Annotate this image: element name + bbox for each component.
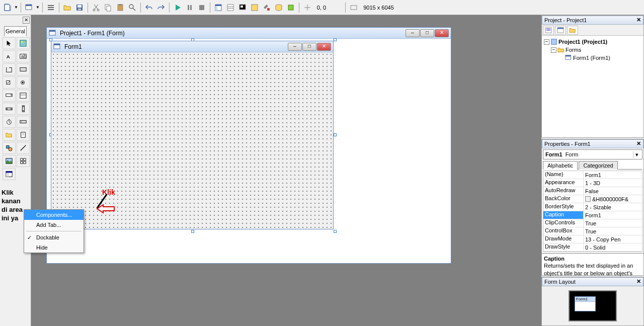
pause-button[interactable] (184, 2, 195, 13)
cut-button[interactable] (91, 2, 102, 13)
context-menu-components[interactable]: Components... (24, 210, 84, 220)
properties-row[interactable]: DrawStyle0 - Solid (543, 243, 642, 252)
property-value[interactable]: 1 - 3D (584, 179, 642, 187)
properties-panel-close[interactable]: ✕ (635, 140, 642, 147)
view-object-button[interactable] (555, 26, 566, 35)
property-name[interactable]: Appearance (543, 179, 584, 187)
tool-listbox[interactable] (17, 90, 30, 102)
project-explorer-button[interactable] (213, 2, 224, 13)
properties-row[interactable]: CaptionForm1 (543, 211, 642, 219)
layout-mini-form[interactable]: Form1 (575, 296, 596, 311)
properties-row[interactable]: ClipControlsTrue (543, 219, 642, 227)
properties-window-button[interactable] (225, 2, 236, 13)
open-button[interactable] (62, 2, 73, 13)
tree-expander[interactable]: − (551, 47, 556, 53)
tool-checkbox[interactable] (3, 76, 16, 89)
property-name[interactable]: (Name) (543, 171, 584, 179)
properties-grid[interactable]: (Name)Form1Appearance1 - 3DAutoRedrawFal… (543, 171, 642, 252)
design-form-canvas[interactable] (51, 52, 333, 229)
tool-picturebox[interactable] (17, 37, 30, 49)
redo-button[interactable] (155, 2, 167, 13)
properties-row[interactable]: ControlBoxTrue (543, 227, 642, 235)
context-menu-dockable[interactable]: ✓Dockable (24, 232, 84, 242)
project-panel-header[interactable]: Project - Project1 ✕ (542, 16, 643, 25)
property-value[interactable]: False (584, 187, 642, 195)
start-button[interactable] (172, 2, 183, 13)
property-name[interactable]: AutoRedraw (543, 187, 584, 195)
tool-ole[interactable] (3, 168, 16, 180)
tool-optionbutton[interactable] (17, 76, 30, 89)
tool-line[interactable] (17, 142, 30, 154)
window-close-button[interactable]: ✕ (435, 29, 449, 37)
property-value[interactable]: 2 - Sizable (584, 203, 642, 211)
tree-expander[interactable]: − (544, 39, 549, 45)
project-tree[interactable]: − Project1 (Project1) − Forms Form1 (For… (542, 36, 643, 137)
tool-filelistbox[interactable] (17, 129, 30, 141)
context-menu-hide[interactable]: Hide (24, 242, 84, 253)
view-code-button[interactable] (543, 26, 554, 35)
property-value[interactable]: True (584, 219, 642, 227)
properties-row[interactable]: AutoRedrawFalse (543, 187, 642, 195)
property-name[interactable]: ControlBox (543, 227, 584, 235)
add-project-button[interactable] (2, 2, 13, 13)
tool-timer[interactable] (3, 116, 16, 128)
chevron-down-icon[interactable]: ▾ (633, 151, 640, 158)
layout-screen[interactable]: Form1 (569, 290, 617, 321)
tool-data[interactable] (17, 155, 30, 167)
inner-close-button[interactable]: ✕ (317, 43, 331, 51)
project-panel-close[interactable]: ✕ (635, 17, 642, 24)
form-node[interactable]: Form1 (Form1) (573, 55, 610, 61)
property-value[interactable]: 0 - Solid (584, 243, 642, 251)
properties-row[interactable]: BorderStyle2 - Sizable (543, 203, 642, 211)
form-layout-header[interactable]: Form Layout ✕ (542, 277, 643, 286)
tool-vscrollbar[interactable] (17, 103, 30, 115)
design-form[interactable]: Form1 – □ ✕ (51, 41, 334, 229)
save-button[interactable] (74, 2, 85, 13)
form-designer-titlebar[interactable]: Project1 - Form1 (Form) – □ ✕ (47, 28, 451, 39)
tool-image[interactable] (3, 155, 16, 167)
properties-row[interactable]: (Name)Form1 (543, 171, 642, 179)
window-minimize-button[interactable]: – (406, 29, 420, 37)
properties-panel-header[interactable]: Properties - Form1 ✕ (542, 139, 643, 148)
copy-button[interactable] (103, 2, 114, 13)
property-value[interactable]: Form1 (584, 171, 642, 179)
toggle-folders-button[interactable] (567, 26, 578, 35)
property-name[interactable]: Caption (543, 211, 584, 219)
properties-object-selector[interactable]: Form1 Form ▾ (543, 149, 642, 159)
property-name[interactable]: BackColor (543, 195, 584, 203)
form-layout-close[interactable]: ✕ (635, 278, 642, 285)
toolbox-tab-general[interactable]: General (4, 26, 27, 36)
component-manager-button[interactable] (285, 2, 296, 13)
property-value[interactable]: &H8000000F& (584, 195, 642, 203)
tool-shape[interactable] (3, 142, 16, 154)
tool-pointer[interactable] (3, 37, 16, 49)
object-browser-button[interactable] (249, 2, 260, 13)
paste-button[interactable] (115, 2, 126, 13)
tool-textbox[interactable]: ab| (17, 50, 30, 62)
property-value[interactable]: 13 - Copy Pen (584, 235, 642, 243)
property-name[interactable]: BorderStyle (543, 203, 584, 211)
property-name[interactable]: ClipControls (543, 219, 584, 227)
properties-row[interactable]: Appearance1 - 3D (543, 179, 642, 187)
menu-editor-button[interactable] (45, 2, 56, 13)
inner-maximize-button[interactable]: □ (302, 43, 316, 51)
tool-commandbutton[interactable] (17, 63, 30, 75)
stop-button[interactable] (196, 2, 207, 13)
tool-combobox[interactable] (3, 90, 16, 102)
tool-drivelistbox[interactable] (17, 116, 30, 128)
toolbox-close-button[interactable]: ✕ (23, 17, 30, 24)
forms-folder-node[interactable]: Forms (566, 47, 581, 53)
inner-minimize-button[interactable]: – (288, 43, 302, 51)
property-name[interactable]: DrawMode (543, 235, 584, 243)
data-view-button[interactable] (273, 2, 284, 13)
undo-button[interactable] (143, 2, 154, 13)
properties-row[interactable]: DrawMode13 - Copy Pen (543, 235, 642, 243)
property-value[interactable]: Form1 (584, 211, 642, 219)
props-tab-categorized[interactable]: Categorized (579, 161, 617, 170)
form-layout-button[interactable] (237, 2, 248, 13)
tool-hscrollbar[interactable] (3, 103, 16, 115)
property-value[interactable]: True (584, 227, 642, 235)
properties-row[interactable]: BackColor&H8000000F& (543, 195, 642, 203)
props-tab-alphabetic[interactable]: Alphabetic (543, 161, 578, 170)
add-form-button[interactable] (24, 2, 35, 13)
